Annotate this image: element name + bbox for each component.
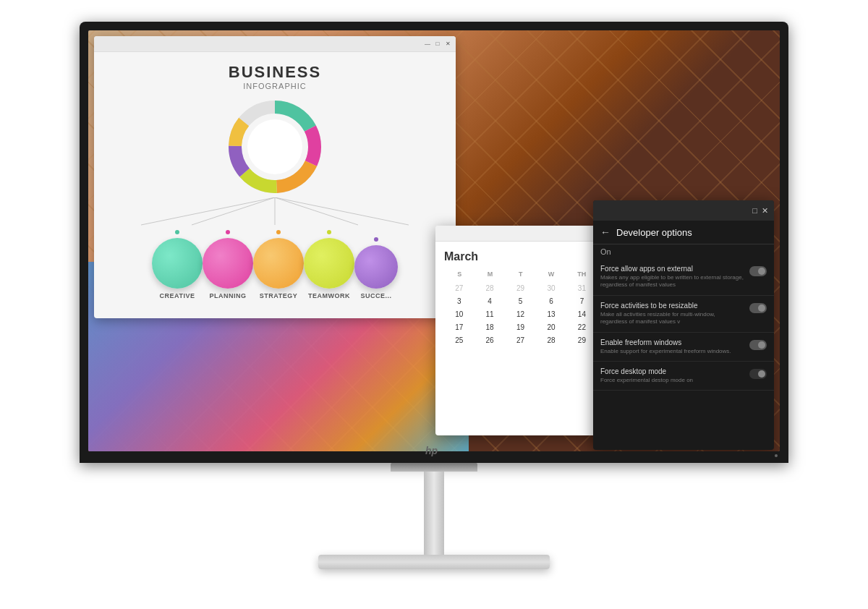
- cal-cell[interactable]: 10: [444, 308, 474, 320]
- back-arrow-icon[interactable]: ←: [600, 226, 610, 238]
- cal-cell[interactable]: 29: [506, 282, 535, 294]
- circle-ball-strategy: [253, 238, 304, 289]
- cal-cell[interactable]: 28: [536, 334, 566, 346]
- circle-ball-success: [354, 245, 398, 289]
- infographic-content: BUSINESS INFOGRAPHIC: [94, 52, 456, 310]
- stand-neck: [424, 472, 444, 555]
- circle-item-teamwork: TEAMWORK: [304, 230, 354, 299]
- infographic-titlebar: — □ ✕: [94, 36, 456, 52]
- developer-options-window[interactable]: □ ✕ ← Developer options On Force allow a…: [593, 200, 774, 450]
- circle-ball-planning: [203, 238, 253, 289]
- cal-cell[interactable]: 18: [475, 321, 504, 333]
- cal-cell[interactable]: 5: [506, 295, 535, 307]
- cal-cell[interactable]: 29: [567, 334, 597, 346]
- circle-dot-creative: [175, 230, 179, 234]
- stand-base: [318, 555, 550, 569]
- cal-cell[interactable]: 17: [444, 321, 474, 333]
- monitor-container: — □ ✕ BUSINESS INFOGRAPHIC: [0, 0, 868, 609]
- cal-cell[interactable]: 27: [506, 334, 535, 346]
- infographic-window[interactable]: — □ ✕ BUSINESS INFOGRAPHIC: [94, 36, 456, 318]
- cal-cell[interactable]: 20: [536, 321, 566, 333]
- business-heading: BUSINESS: [229, 63, 321, 82]
- monitor-screen: — □ ✕ BUSINESS INFOGRAPHIC: [88, 30, 780, 451]
- svg-line-11: [275, 197, 358, 225]
- cal-cell[interactable]: 27: [444, 282, 474, 294]
- toggle-freeform[interactable]: [749, 340, 767, 350]
- circle-label-success: SUCCE...: [360, 292, 391, 299]
- dev-option-text: Enable freeform windows Enable support f…: [600, 338, 744, 355]
- cal-cell[interactable]: 12: [506, 308, 535, 320]
- dev-option-text: Force desktop mode Force experimental de…: [600, 367, 744, 384]
- svg-text:hp: hp: [425, 445, 438, 456]
- circle-label-strategy: STRATEGY: [260, 292, 297, 299]
- dev-option-text: Force allow apps on external Makes any a…: [600, 265, 744, 289]
- svg-line-9: [192, 197, 275, 225]
- cal-cell[interactable]: 28: [475, 282, 504, 294]
- circle-item-planning: PLANNING: [203, 230, 253, 299]
- dev-window-title: Developer options: [616, 227, 692, 238]
- cal-header-t1: T: [506, 269, 536, 279]
- circle-ball-creative: [152, 238, 203, 289]
- circle-ball-teamwork: [304, 238, 354, 289]
- cal-cell[interactable]: 11: [475, 308, 504, 320]
- toggle-force-external[interactable]: [749, 266, 767, 276]
- cal-header-m: M: [475, 269, 505, 279]
- stand-top-connector: [391, 463, 477, 472]
- circle-dot-strategy: [276, 230, 281, 234]
- dev-option-force-external: Force allow apps on external Makes any a…: [593, 259, 774, 296]
- cal-cell[interactable]: 3: [444, 295, 474, 307]
- dev-close-button[interactable]: ✕: [762, 206, 768, 216]
- cal-header-s1: S: [444, 269, 475, 279]
- dev-option-desc: Make all activities resizable for multi-…: [600, 311, 744, 326]
- maximize-button[interactable]: □: [434, 41, 441, 48]
- dev-option-desc: Enable support for experimental freeform…: [600, 348, 744, 355]
- cal-cell[interactable]: 4: [475, 295, 504, 307]
- hp-logo: hp: [425, 445, 443, 459]
- circle-dot-planning: [226, 230, 230, 234]
- monitor-stand: [318, 463, 550, 569]
- business-subtitle: INFOGRAPHIC: [229, 82, 321, 90]
- svg-point-7: [247, 119, 302, 174]
- dev-option-force-resizable: Force activities to be resizable Make al…: [593, 296, 774, 333]
- minimize-button[interactable]: —: [424, 41, 431, 48]
- dev-option-title: Force activities to be resizable: [600, 302, 744, 310]
- dev-option-title: Force allow apps on external: [600, 265, 744, 273]
- close-button[interactable]: ✕: [444, 41, 451, 48]
- circle-label-creative: CREATIVE: [160, 292, 195, 299]
- svg-line-12: [275, 197, 409, 225]
- cal-cell[interactable]: 25: [444, 334, 474, 346]
- cal-cell[interactable]: 13: [536, 308, 566, 320]
- cal-cell[interactable]: 26: [475, 334, 504, 346]
- connector-lines: [109, 197, 441, 226]
- cal-cell[interactable]: 6: [536, 295, 566, 307]
- circle-item-strategy: STRATEGY: [253, 230, 304, 299]
- circle-dot-teamwork: [327, 230, 331, 234]
- toggle-desktop-mode[interactable]: [749, 369, 767, 379]
- dev-option-desc: Makes any app eligible to be written to …: [600, 274, 744, 289]
- cal-cell[interactable]: 31: [567, 282, 597, 294]
- cal-header-w: W: [536, 269, 566, 279]
- donut-chart: [228, 100, 322, 194]
- cal-cell[interactable]: 7: [567, 295, 597, 307]
- business-title: BUSINESS INFOGRAPHIC: [229, 63, 321, 90]
- toggle-force-resizable[interactable]: [749, 303, 767, 313]
- dev-titlebar: □ ✕: [593, 200, 774, 221]
- cal-cell[interactable]: 22: [567, 321, 597, 333]
- circle-item-creative: CREATIVE: [152, 230, 203, 299]
- power-led: [775, 454, 778, 457]
- monitor-bezel: — □ ✕ BUSINESS INFOGRAPHIC: [80, 22, 788, 463]
- dev-option-freeform: Enable freeform windows Enable support f…: [593, 333, 774, 362]
- circle-item-success: SUCCE...: [354, 237, 398, 299]
- circle-label-planning: PLANNING: [210, 292, 247, 299]
- dev-on-label: On: [593, 244, 774, 259]
- svg-line-8: [141, 197, 275, 225]
- dev-option-desc: Force experimental destop mode on: [600, 377, 744, 384]
- dev-maximize-button[interactable]: □: [752, 206, 757, 215]
- cal-cell[interactable]: 19: [506, 321, 535, 333]
- dev-option-title: Enable freeform windows: [600, 338, 744, 346]
- circle-label-teamwork: TEAMWORK: [308, 292, 350, 299]
- cal-cell[interactable]: 30: [536, 282, 566, 294]
- circles-row: CREATIVE PLANNING STRATEGY: [145, 230, 405, 299]
- dev-option-text: Force activities to be resizable Make al…: [600, 302, 744, 326]
- cal-cell[interactable]: 14: [567, 308, 597, 320]
